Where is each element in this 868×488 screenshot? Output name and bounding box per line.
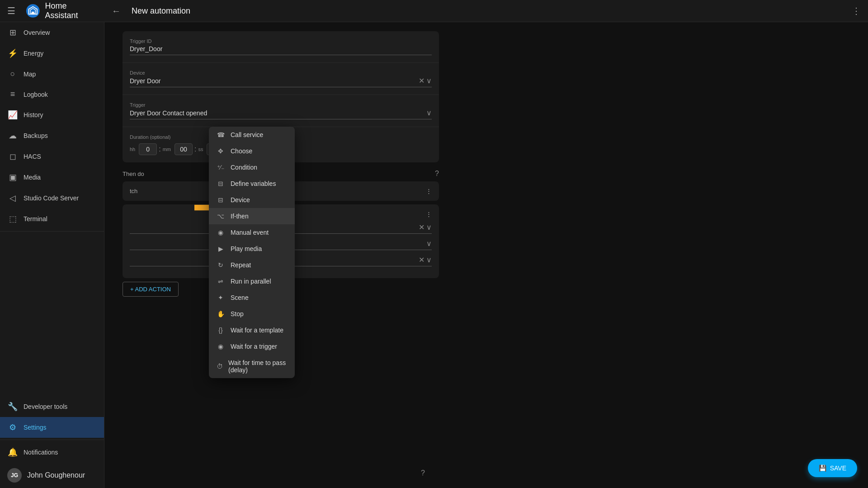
- dropdown-item-play-media[interactable]: ▶ Play media: [209, 241, 295, 257]
- wait-for-time-label: Wait for time to pass (delay): [228, 359, 288, 374]
- action-type-dropdown: ☎ Call service ✥ Choose ⁺∕₋ Condition ⊟ …: [209, 127, 295, 378]
- wait-for-trigger-label: Wait for a trigger: [231, 343, 277, 350]
- manual-event-label: Manual event: [231, 229, 269, 236]
- wait-for-template-icon: {}: [216, 327, 225, 334]
- device-icon: ⊟: [216, 196, 225, 204]
- stop-label: Stop: [231, 310, 244, 317]
- play-media-icon: ▶: [216, 245, 225, 252]
- run-in-parallel-icon: ⇌: [216, 278, 225, 285]
- dropdown-item-scene[interactable]: ✦ Scene: [209, 289, 295, 306]
- call-service-label: Call service: [231, 131, 263, 138]
- choose-icon: ✥: [216, 147, 225, 155]
- play-media-label: Play media: [231, 245, 262, 252]
- dropdown-item-wait-for-trigger[interactable]: ◉ Wait for a trigger: [209, 338, 295, 355]
- call-service-icon: ☎: [216, 131, 225, 138]
- dropdown-item-device[interactable]: ⊟ Device: [209, 192, 295, 208]
- dropdown-item-choose[interactable]: ✥ Choose: [209, 143, 295, 159]
- define-variables-icon: ⊟: [216, 180, 225, 187]
- if-then-icon: ⌥: [216, 213, 225, 220]
- dropdown-item-if-then[interactable]: ⌥ If-then: [209, 208, 295, 224]
- if-then-label: If-then: [231, 213, 249, 220]
- run-in-parallel-label: Run in parallel: [231, 278, 271, 285]
- dropdown-item-manual-event[interactable]: ◉ Manual event: [209, 224, 295, 241]
- dropdown-item-define-variables[interactable]: ⊟ Define variables: [209, 175, 295, 192]
- stop-icon: ✋: [216, 310, 225, 317]
- dropdown-item-wait-for-template[interactable]: {} Wait for a template: [209, 322, 295, 338]
- dropdown-overlay[interactable]: [0, 0, 868, 488]
- wait-for-template-label: Wait for a template: [231, 327, 283, 334]
- condition-icon: ⁺∕₋: [216, 164, 225, 171]
- dropdown-item-run-in-parallel[interactable]: ⇌ Run in parallel: [209, 273, 295, 289]
- dropdown-item-stop[interactable]: ✋ Stop: [209, 306, 295, 322]
- dropdown-item-repeat[interactable]: ↻ Repeat: [209, 257, 295, 273]
- condition-label: Condition: [231, 164, 257, 171]
- wait-for-trigger-icon: ◉: [216, 343, 225, 350]
- wait-for-time-icon: ⏱: [216, 363, 223, 370]
- choose-label: Choose: [231, 147, 252, 155]
- scene-label: Scene: [231, 294, 249, 301]
- define-variables-label: Define variables: [231, 180, 276, 187]
- dropdown-item-wait-for-time[interactable]: ⏱ Wait for time to pass (delay): [209, 355, 295, 378]
- scene-icon: ✦: [216, 294, 225, 301]
- manual-event-icon: ◉: [216, 229, 225, 236]
- repeat-icon: ↻: [216, 261, 225, 269]
- repeat-label: Repeat: [231, 261, 251, 269]
- device-label: Device: [231, 196, 250, 204]
- dropdown-item-condition[interactable]: ⁺∕₋ Condition: [209, 159, 295, 175]
- dropdown-item-call-service[interactable]: ☎ Call service: [209, 127, 295, 143]
